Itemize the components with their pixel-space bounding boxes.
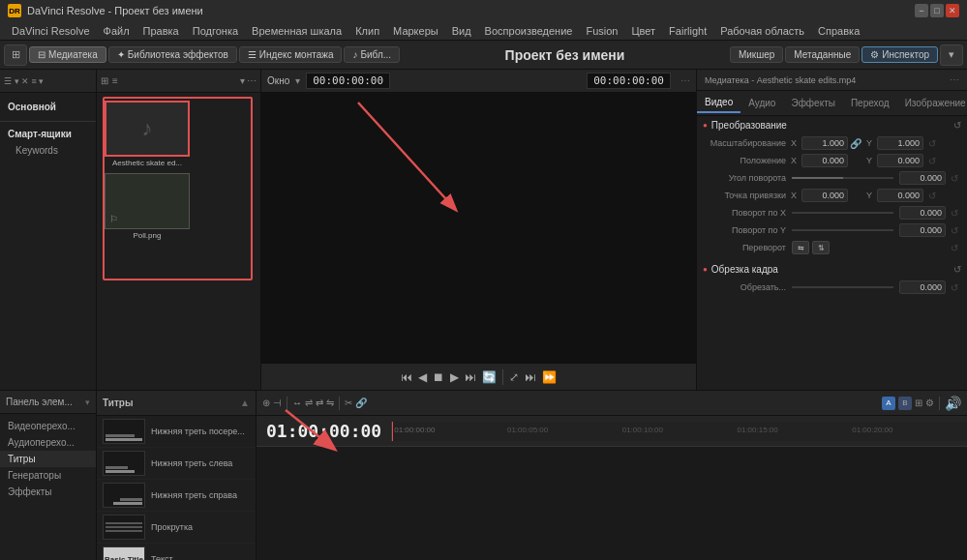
tl-fit-icon[interactable]: ⊞ [915, 398, 922, 408]
tl-blade-icon[interactable]: ✂ [345, 398, 352, 408]
position-y-value[interactable]: 0.000 [877, 154, 923, 167]
menu-timeline[interactable]: Временная шкала [246, 23, 348, 39]
tl-zoom-out-btn[interactable]: B [898, 397, 912, 410]
media-grid-icon[interactable]: ⊞ [101, 75, 108, 86]
toolbar-effects-library-btn[interactable]: ✦ Библиотека эффектов [108, 46, 237, 63]
minimize-button[interactable]: − [915, 4, 928, 17]
toolbar-metadata-btn[interactable]: Метаданные [785, 46, 860, 63]
flip-reset-icon[interactable]: ↺ [948, 243, 961, 253]
transform-reset-icon[interactable]: ↺ [953, 120, 961, 131]
title-item-2[interactable]: Нижняя треть слева [97, 448, 256, 480]
tl-settings-icon[interactable]: ⚙ [925, 398, 934, 408]
tl-slide-icon[interactable]: ⇋ [326, 398, 334, 408]
media-item-video[interactable]: ♪ Aesthetic skate ed... [105, 101, 190, 167]
maximize-button[interactable]: □ [930, 4, 944, 17]
menu-trim[interactable]: Подгонка [187, 23, 244, 39]
play-btn[interactable]: ▶ [450, 370, 459, 384]
media-more-icon[interactable]: ⋯ [247, 75, 257, 86]
loop-toggle-btn[interactable]: 🔄 [482, 370, 497, 384]
rotation-value[interactable]: 0.000 [899, 171, 946, 185]
preview-window-label[interactable]: Окно [267, 75, 289, 86]
skip-to-end-btn[interactable]: ⏭ [525, 370, 536, 384]
preview-more-icon[interactable]: ⋯ [680, 75, 690, 86]
toolbar-inspector-btn[interactable]: ⚙ Инспектор [861, 46, 938, 63]
tab-audio[interactable]: Аудио [740, 94, 783, 112]
toolbar-monitor-icon[interactable]: ⊞ [4, 44, 27, 66]
scale-reset-icon[interactable]: ↺ [925, 138, 939, 149]
pitch-value[interactable]: 0.000 [899, 206, 946, 220]
category-generators[interactable]: Генераторы [0, 467, 96, 484]
media-list-icon[interactable]: ≡ [112, 75, 118, 86]
pitch-slider[interactable] [792, 212, 893, 214]
next-frame-btn[interactable]: ⏭ [465, 370, 476, 384]
menu-clip[interactable]: Клип [349, 23, 385, 39]
title-bar-controls[interactable]: − □ ✕ [915, 4, 959, 17]
inspector-more-icon[interactable]: ⋯ [950, 74, 959, 85]
category-titles[interactable]: Титры [0, 451, 96, 467]
crop-reset-icon[interactable]: ↺ [953, 264, 961, 275]
toolbar-edit-index-btn[interactable]: ☰ Индекс монтажа [239, 46, 343, 63]
flip-v-btn[interactable]: ⇅ [812, 241, 830, 254]
flip-h-btn[interactable]: ⇆ [792, 241, 809, 254]
anchor-reset-icon[interactable]: ↺ [925, 191, 939, 201]
menu-fusion[interactable]: Fusion [580, 23, 623, 39]
stop-btn[interactable]: ⏹ [433, 370, 444, 384]
yaw-slider[interactable] [792, 229, 893, 231]
tab-effects[interactable]: Эффекты [783, 94, 842, 112]
menu-workspace[interactable]: Рабочая область [714, 23, 810, 39]
menu-help[interactable]: Справка [812, 23, 865, 39]
menu-fairlight[interactable]: Fairlight [663, 23, 712, 39]
category-video-transitions[interactable]: Видеоперехо... [0, 418, 96, 434]
rotation-reset-icon[interactable]: ↺ [948, 173, 961, 184]
toolbar-mixer-btn[interactable]: Микшер [730, 46, 783, 63]
tl-split-icon[interactable]: ⊣ [273, 398, 282, 408]
anchor-y-value[interactable]: 0.000 [877, 189, 923, 202]
category-effects[interactable]: Эффекты [0, 484, 96, 500]
menu-file[interactable]: Файл [98, 23, 136, 39]
yaw-value[interactable]: 0.000 [899, 223, 946, 237]
toolbar-expand-icon[interactable]: ▾ [940, 44, 963, 66]
sidebar-keywords-item[interactable]: Keywords [0, 142, 96, 159]
tl-zoom-in-btn[interactable]: A [882, 397, 895, 410]
loop-btn[interactable]: ⏮ [401, 370, 412, 384]
tab-transition[interactable]: Переход [843, 94, 897, 112]
menu-edit[interactable]: Правка [137, 23, 185, 39]
scale-y-value[interactable]: 1.000 [877, 136, 923, 150]
tab-video[interactable]: Видео [697, 93, 740, 113]
pitch-reset-icon[interactable]: ↺ [948, 208, 961, 219]
title-item-1[interactable]: Нижняя треть посере... [97, 416, 256, 448]
position-reset-icon[interactable]: ↺ [925, 156, 939, 166]
scale-link-icon[interactable]: 🔗 [850, 138, 861, 149]
tl-slip-icon[interactable]: ⇄ [316, 398, 323, 408]
prev-frame-btn[interactable]: ◀ [418, 370, 427, 384]
tl-add-track-icon[interactable]: ⊕ [262, 398, 270, 408]
close-button[interactable]: ✕ [946, 4, 959, 17]
scale-x-value[interactable]: 1.000 [801, 136, 848, 150]
crop-reset-icon[interactable]: ↺ [948, 282, 961, 293]
media-sort-icon[interactable]: ▾ [240, 75, 245, 86]
yaw-reset-icon[interactable]: ↺ [948, 225, 961, 236]
menu-markers[interactable]: Маркеры [387, 23, 444, 39]
anchor-x-value[interactable]: 0.000 [801, 189, 848, 202]
title-item-3[interactable]: Нижняя треть справа [97, 480, 256, 512]
tl-link-icon[interactable]: 🔗 [355, 398, 367, 408]
title-item-4[interactable]: Прокрутка [97, 512, 256, 544]
media-item-image[interactable]: ⚐ Poll.png [105, 173, 190, 240]
menu-davinci[interactable]: DaVinci Resolve [6, 23, 96, 39]
titles-collapse-icon[interactable]: ▲ [240, 398, 250, 408]
panel-collapse-icon[interactable]: ▾ [85, 398, 90, 407]
tl-volume-icon[interactable]: 🔊 [945, 396, 961, 411]
tab-image[interactable]: Изображение [897, 94, 967, 112]
fullscreen-btn[interactable]: ⤢ [509, 370, 519, 384]
menu-view[interactable]: Вид [446, 23, 477, 39]
preview-dropdown-icon[interactable]: ▾ [295, 75, 300, 86]
toolbar-media-library-btn[interactable]: ⊟ Медиатека [29, 46, 106, 63]
crop-slider[interactable] [792, 286, 893, 288]
menu-playback[interactable]: Воспроизведение [479, 23, 579, 39]
category-audio-transitions[interactable]: Аудиоперехо... [0, 434, 96, 451]
crop-value[interactable]: 0.000 [899, 280, 946, 294]
menu-color[interactable]: Цвет [625, 23, 661, 39]
toolbar-sound-library-btn[interactable]: ♪ Библ... [344, 46, 400, 63]
tl-ripple-icon[interactable]: ↔ [292, 398, 302, 408]
title-item-5[interactable]: Basic Title Текст [97, 544, 256, 560]
